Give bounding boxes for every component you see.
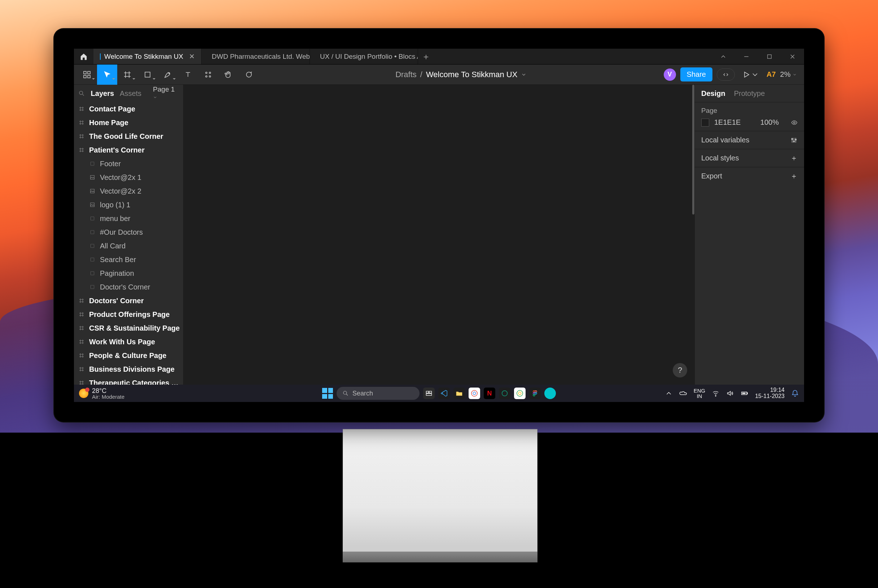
background-hex[interactable]: 1E1E1E — [714, 118, 741, 126]
new-tab-button[interactable]: ＋ — [418, 49, 434, 64]
layer-child[interactable]: menu ber — [74, 212, 183, 225]
help-button[interactable]: ? — [673, 363, 687, 378]
avatar[interactable]: V — [664, 69, 676, 81]
present-button[interactable] — [739, 64, 762, 85]
window-close-button[interactable] — [781, 49, 804, 64]
volume-icon[interactable] — [726, 389, 734, 397]
group-icon — [89, 284, 96, 290]
chevron-down-icon — [751, 70, 759, 79]
layer-frame[interactable]: Therapeutic Categories Page — [74, 376, 183, 385]
assets-tab[interactable]: Assets — [120, 89, 141, 98]
dev-mode-toggle[interactable] — [717, 69, 735, 81]
right-panel: Design Prototype Page 1E1E1E 100% Lo — [695, 85, 804, 385]
shape-tool-button[interactable] — [137, 64, 158, 85]
chrome-dev-icon[interactable] — [514, 387, 526, 399]
tray-expand-icon[interactable] — [665, 389, 673, 397]
layer-frame[interactable]: People & Culture Page — [74, 349, 183, 362]
main-menu-button[interactable] — [77, 64, 97, 85]
layer-child[interactable]: Footer — [74, 157, 183, 171]
pen-tool-button[interactable] — [158, 64, 178, 85]
tab-active[interactable]: Welcome To Stikkman UX ✕ — [93, 49, 201, 64]
layer-child[interactable]: All Card — [74, 239, 183, 253]
image-icon — [89, 174, 96, 181]
temperature: 28°C — [92, 387, 125, 394]
chatgpt-icon[interactable] — [499, 387, 510, 399]
page-selector[interactable]: Page 1 — [153, 86, 179, 101]
layer-frame[interactable]: Business Divisions Page — [74, 362, 183, 376]
page-section-title: Page — [701, 107, 717, 115]
canvas-scrollbar[interactable] — [692, 85, 695, 214]
move-tool-button[interactable] — [97, 64, 117, 85]
frame-tool-button[interactable] — [117, 64, 137, 85]
background-swatch[interactable] — [701, 118, 709, 126]
visibility-icon[interactable] — [791, 119, 798, 126]
comment-tool-button[interactable] — [238, 64, 259, 85]
language-indicator[interactable]: ENG IN — [694, 388, 705, 399]
file-explorer-icon[interactable] — [453, 387, 465, 399]
svg-rect-4 — [88, 75, 90, 78]
search-icon — [342, 390, 349, 397]
background-opacity[interactable]: 100% — [761, 118, 779, 126]
layer-child[interactable]: Vector@2x 2 — [74, 184, 183, 198]
home-tab[interactable] — [74, 49, 93, 64]
left-panel: Layers Assets Page 1 Contact Page Home P… — [74, 85, 183, 385]
tab-item[interactable]: DWD Pharmaceuticals Ltd. Website U — [201, 49, 310, 64]
svg-point-38 — [535, 393, 537, 394]
layer-frame[interactable]: Patient's Corner — [74, 143, 183, 157]
vscode-icon[interactable] — [438, 387, 450, 399]
search-icon[interactable] — [78, 90, 85, 97]
svg-rect-15 — [90, 203, 95, 207]
prototype-tab[interactable]: Prototype — [734, 89, 765, 98]
layer-frame[interactable]: Work With Us Page — [74, 335, 183, 349]
battery-icon[interactable] — [741, 389, 749, 397]
export-button[interactable]: Export ＋ — [695, 167, 804, 185]
window-maximize-button[interactable] — [758, 49, 781, 64]
tab-item[interactable]: UX / UI Design Portfolio • Blocs App f — [310, 49, 418, 64]
frame-icon — [78, 106, 85, 112]
hand-tool-button[interactable] — [218, 64, 238, 85]
group-icon — [89, 256, 96, 263]
canva-icon[interactable] — [544, 387, 556, 399]
local-variables-button[interactable]: Local variables — [695, 131, 804, 149]
figma-taskbar-icon[interactable] — [529, 387, 541, 399]
layer-child[interactable]: Search Ber — [74, 253, 183, 266]
weather-icon — [79, 388, 89, 398]
window-menu-button[interactable] — [712, 49, 735, 64]
layer-frame[interactable]: Home Page — [74, 116, 183, 129]
notifications-icon[interactable] — [791, 389, 799, 397]
wifi-icon[interactable] — [712, 389, 720, 397]
image-icon — [89, 188, 96, 194]
layer-child[interactable]: Pagination — [74, 266, 183, 280]
layer-frame[interactable]: The Good Life Corner — [74, 129, 183, 143]
task-view-icon[interactable] — [423, 387, 434, 399]
layers-tab[interactable]: Layers — [91, 89, 114, 98]
netflix-icon[interactable]: N — [484, 387, 495, 399]
share-button[interactable]: Share — [680, 68, 713, 81]
layer-frame[interactable]: Doctors' Corner — [74, 294, 183, 308]
start-button[interactable] — [322, 388, 333, 399]
layers-list[interactable]: Contact Page Home Page The Good Life Cor… — [74, 102, 183, 385]
taskbar-search[interactable]: Search — [337, 387, 419, 400]
local-styles-button[interactable]: Local styles ＋ — [695, 149, 804, 167]
chrome-icon[interactable] — [469, 387, 480, 399]
text-tool-button[interactable] — [178, 64, 198, 85]
weather-widget[interactable]: 28°C Air: Moderate — [79, 387, 125, 399]
layer-frame[interactable]: Product Offerings Page — [74, 308, 183, 321]
layer-frame[interactable]: Contact Page — [74, 102, 183, 116]
resources-button[interactable] — [198, 64, 218, 85]
window-minimize-button[interactable] — [735, 49, 758, 64]
svg-rect-19 — [90, 258, 94, 261]
layer-frame[interactable]: CSR & Sustainability Page — [74, 321, 183, 335]
close-icon[interactable]: ✕ — [189, 52, 195, 61]
design-tab[interactable]: Design — [701, 89, 725, 98]
layer-child[interactable]: Vector@2x 1 — [74, 171, 183, 184]
layer-child[interactable]: logo (1) 1 — [74, 198, 183, 212]
zoom-level[interactable]: 2% — [780, 70, 797, 79]
onedrive-icon[interactable] — [679, 389, 687, 397]
layer-child[interactable]: Doctor's Corner — [74, 280, 183, 294]
clock[interactable]: 19:14 15-11-2023 — [755, 387, 785, 399]
breadcrumb[interactable]: Drafts / Welcome To Stikkman UX — [259, 70, 664, 80]
canvas[interactable]: ? — [183, 85, 695, 385]
missing-fonts-badge[interactable]: A7 — [767, 70, 776, 79]
layer-child[interactable]: #Our Doctors — [74, 225, 183, 239]
